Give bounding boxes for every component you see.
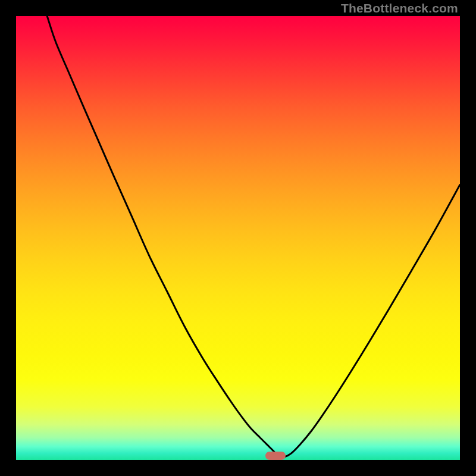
min-marker bbox=[265, 452, 286, 460]
watermark-text: TheBottleneck.com bbox=[341, 1, 458, 15]
plot-area bbox=[16, 16, 460, 460]
chart-frame: TheBottleneck.com bbox=[0, 0, 476, 476]
bottleneck-curve bbox=[16, 16, 460, 460]
